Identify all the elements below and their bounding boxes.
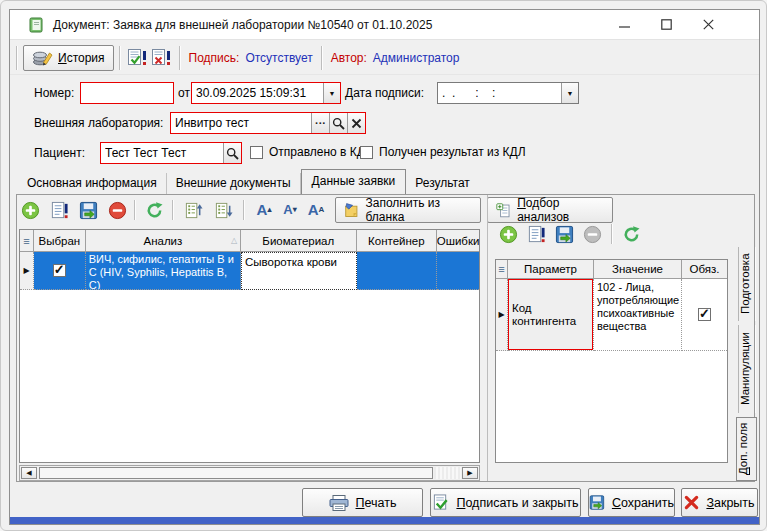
parameter-value-cell[interactable]: 102 - Лица, употребляющие психоактивные …: [594, 279, 682, 351]
sign-document-button[interactable]: [126, 45, 150, 71]
column-header-analysis[interactable]: Анализ△: [86, 230, 241, 251]
patient-input[interactable]: [101, 143, 223, 163]
close-button[interactable]: Закрыть: [681, 488, 758, 517]
add-parameter-button[interactable]: [497, 223, 519, 245]
column-header-errors[interactable]: Ошибки: [437, 230, 479, 251]
column-header-parameter[interactable]: Параметр: [508, 260, 594, 278]
column-header-biomaterial[interactable]: Биоматериал: [241, 230, 356, 251]
refresh-analyses-button[interactable]: [143, 199, 165, 221]
side-tab-preparation[interactable]: Подготовка: [738, 247, 756, 321]
toolbar-separator: [611, 224, 613, 244]
row-marker-icon: ▶: [23, 266, 29, 275]
history-button-label: История: [58, 51, 105, 65]
sent-to-kdl-checkbox[interactable]: [250, 146, 263, 159]
patient-label: Пациент:: [34, 142, 85, 164]
minimize-button[interactable]: [607, 10, 641, 39]
scroll-right-button[interactable]: ▶: [462, 467, 478, 479]
signature-label: Подпись:: [189, 51, 240, 65]
external-lab-clear-button[interactable]: [347, 113, 365, 133]
external-lab-input[interactable]: [171, 113, 311, 133]
side-tab-extra-fields[interactable]: Доп. поля: [736, 417, 757, 481]
list-arrow-down-icon: [214, 201, 233, 220]
external-lab-search-button[interactable]: [329, 113, 347, 133]
copy-params-out-button[interactable]: [212, 199, 234, 221]
font-increase-button[interactable]: A▴: [253, 199, 275, 221]
delete-parameter-button-disabled[interactable]: [581, 223, 603, 245]
pick-analyses-button[interactable]: Подбор анализов: [487, 197, 613, 223]
save-icon: [79, 201, 98, 220]
analyses-horizontal-scrollbar[interactable]: ◀ ▶: [19, 465, 480, 481]
edit-document-icon: [527, 225, 546, 244]
save-parameter-button[interactable]: [553, 223, 575, 245]
print-button[interactable]: Печать: [302, 488, 423, 517]
close-window-button[interactable]: [691, 10, 725, 39]
parameter-required-checkbox[interactable]: [698, 308, 711, 321]
external-lab-ellipsis-button[interactable]: ···: [311, 113, 329, 133]
result-received-checkbox[interactable]: [360, 146, 373, 159]
sign-and-close-button[interactable]: Подписать и закрыть: [430, 488, 581, 517]
patient-search-button[interactable]: [223, 143, 241, 163]
side-tab-manipulations[interactable]: Манипуляции: [738, 325, 756, 413]
column-header-required[interactable]: Обяз.: [682, 260, 727, 278]
list-arrow-up-icon: [184, 201, 203, 220]
toolbar-grip: [16, 46, 18, 70]
column-header-value[interactable]: Значение: [594, 260, 682, 278]
sign-date-dropdown-button[interactable]: ▼: [561, 83, 578, 103]
parameter-required-cell[interactable]: [682, 279, 727, 351]
edit-parameter-button[interactable]: [525, 223, 547, 245]
grid-corner-button[interactable]: ≡: [496, 260, 508, 278]
tab-main-info[interactable]: Основная информация: [18, 173, 167, 194]
sign-date-input[interactable]: [438, 83, 561, 103]
sign-date-field-wrap: ▼: [437, 82, 579, 104]
font-increase-glyph: A: [257, 203, 268, 217]
analyses-grid-header: ≡ Выбран Анализ△ Биоматериал Контейнер О…: [20, 230, 479, 252]
column-header-container[interactable]: Контейнер: [357, 230, 438, 251]
sort-ascending-icon: △: [231, 236, 237, 245]
tab-result[interactable]: Результат: [406, 173, 479, 194]
analysis-container-cell[interactable]: [357, 252, 438, 290]
external-lab-label: Внешняя лаборатория:: [34, 112, 163, 134]
analysis-selected-checkbox[interactable]: [53, 264, 66, 277]
document-plus-icon: [496, 202, 511, 219]
parameter-name-cell[interactable]: Код контингента: [508, 279, 594, 351]
edit-analysis-button[interactable]: [48, 199, 70, 221]
tab-request-data[interactable]: Данные заявки: [301, 169, 407, 194]
grid-corner-button[interactable]: ≡: [20, 230, 34, 251]
printer-icon: [329, 495, 349, 511]
tab-external-documents[interactable]: Внешние документы: [167, 173, 301, 194]
analysis-name-cell[interactable]: ВИЧ, сифилис, гепатиты B и C (HIV, Syphi…: [86, 252, 241, 290]
window-title: Документ: Заявка для внешней лаборатории…: [53, 18, 432, 32]
close-x-icon: [684, 495, 699, 510]
side-tab-manipulations-label: Манипуляции: [739, 333, 751, 406]
analysis-errors-cell[interactable]: [437, 252, 479, 290]
analysis-selected-cell[interactable]: [34, 252, 86, 290]
font-reset-button[interactable]: AA: [305, 199, 327, 221]
analysis-row[interactable]: ▶ ВИЧ, сифилис, гепатиты B и C (HIV, Syp…: [20, 252, 479, 290]
scrollbar-track[interactable]: [434, 467, 461, 479]
save-analysis-button[interactable]: [77, 199, 99, 221]
history-button[interactable]: История: [23, 45, 114, 71]
maximize-button[interactable]: [649, 10, 683, 39]
add-analysis-button[interactable]: [19, 199, 41, 221]
document-date-input[interactable]: [192, 83, 323, 103]
column-header-analysis-label: Анализ: [143, 235, 182, 247]
refresh-parameters-button[interactable]: [620, 223, 642, 245]
grid-corner-icon: ≡: [498, 263, 504, 275]
scrollbar-thumb[interactable]: [39, 467, 433, 479]
save-button[interactable]: Сохранить: [588, 488, 675, 517]
remove-icon-disabled: [583, 225, 602, 244]
remove-signature-button[interactable]: [150, 45, 174, 71]
font-decrease-button[interactable]: A▾: [279, 199, 301, 221]
copy-params-in-button[interactable]: [182, 199, 204, 221]
analysis-biomaterial-cell[interactable]: Сыворотка крови: [241, 252, 357, 290]
panel-splitter[interactable]: [487, 195, 488, 481]
document-book-icon: [28, 17, 44, 36]
scroll-left-button[interactable]: ◀: [21, 467, 37, 479]
chevron-down-icon: ▼: [329, 90, 336, 97]
document-date-dropdown-button[interactable]: ▼: [323, 83, 340, 103]
delete-analysis-button[interactable]: [106, 199, 128, 221]
column-header-selected[interactable]: Выбран: [34, 230, 86, 251]
parameter-row[interactable]: ▶ Код контингента 102 - Лица, употребляю…: [496, 279, 727, 351]
fill-from-form-button[interactable]: Заполнить из бланка: [335, 197, 481, 223]
number-input[interactable]: [81, 83, 173, 103]
